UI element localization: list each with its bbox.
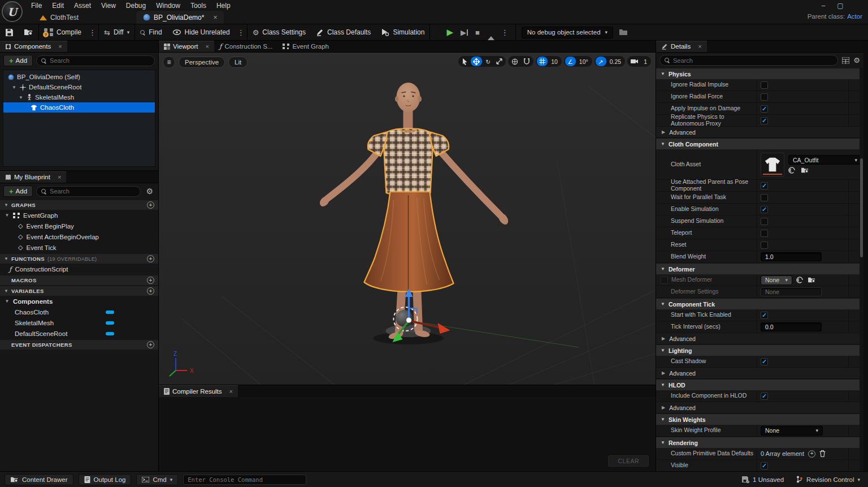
eject-button[interactable] <box>488 28 495 36</box>
construction-script-tab[interactable]: ƒ Construction S... <box>214 41 277 52</box>
components-tab[interactable]: Components × <box>0 41 67 52</box>
camera-speed-value[interactable]: 1 <box>641 58 650 65</box>
checkbox[interactable] <box>761 230 768 237</box>
variable-chaoscloth[interactable]: ChaosCloth <box>0 307 158 317</box>
cloth-asset-dropdown[interactable]: CA_Outfit ▾ <box>788 155 862 165</box>
scrollbar-thumb[interactable] <box>860 158 863 257</box>
rotation-snap-button[interactable]: ∠ <box>565 57 576 66</box>
skin-weight-profile-dropdown[interactable]: None ▾ <box>761 426 823 436</box>
revision-control-button[interactable]: Revision Control ▾ <box>793 475 863 484</box>
variable-skeletalmesh[interactable]: SkeletalMesh <box>0 317 158 328</box>
details-search[interactable] <box>659 55 838 66</box>
hlod-advanced[interactable]: ▶ Advanced <box>656 402 860 413</box>
play-button[interactable]: ▶ <box>442 27 457 37</box>
checkbox[interactable] <box>761 312 768 319</box>
checkbox[interactable] <box>761 194 768 201</box>
browse-debug-icon[interactable] <box>619 28 628 36</box>
class-defaults-button[interactable]: Class Defaults <box>311 24 376 41</box>
tab-close-icon[interactable]: × <box>213 14 217 21</box>
debug-object-dropdown[interactable]: No debug object selected ▾ <box>522 27 613 38</box>
viewport-tab[interactable]: Viewport × <box>159 41 214 52</box>
browse-to-asset-icon[interactable] <box>808 277 816 283</box>
section-physics[interactable]: ▼ Physics <box>656 68 860 79</box>
tick-interval-field[interactable]: 0.0 <box>761 322 822 331</box>
constructionscript-item[interactable]: ƒ ConstructionScript <box>0 264 158 274</box>
checkbox[interactable] <box>661 277 668 284</box>
scale-snap-value[interactable]: 0.25 <box>607 58 624 65</box>
use-selected-asset-icon[interactable] <box>788 167 796 174</box>
menu-asset[interactable]: Asset <box>69 1 96 11</box>
section-lighting[interactable]: ▼ Lighting <box>656 345 860 356</box>
menu-window[interactable]: Window <box>151 1 185 11</box>
tree-item-defaultsceneroot[interactable]: ▼ DefaultSceneRoot <box>3 82 155 92</box>
blend-weight-field[interactable]: 1.0 <box>761 252 822 261</box>
details-search-input[interactable] <box>673 57 833 64</box>
rotate-tool-button[interactable]: ↻ <box>483 57 493 66</box>
tab-clothtest[interactable]: ClothTest <box>33 11 85 24</box>
perspective-dropdown[interactable]: Perspective <box>179 57 225 68</box>
checkbox[interactable] <box>761 117 768 124</box>
add-macro-icon[interactable]: + <box>147 277 154 284</box>
checkbox[interactable] <box>761 93 768 101</box>
trash-icon[interactable] <box>819 450 826 457</box>
variables-components-group[interactable]: ▼ Components <box>0 296 158 307</box>
section-deformer[interactable]: ▼ Deformer <box>656 264 860 274</box>
surface-snap-button[interactable] <box>521 57 532 66</box>
close-icon[interactable]: × <box>58 174 61 180</box>
event-tick-item[interactable]: ◇ Event Tick <box>0 242 158 253</box>
section-component-tick[interactable]: ▼ Component Tick <box>656 299 860 309</box>
cmd-dropdown[interactable]: Cmd ▾ <box>136 474 178 485</box>
frame-skip-button[interactable]: ▶ <box>457 28 471 37</box>
add-blueprint-item-button[interactable]: + Add <box>3 186 33 197</box>
gear-icon[interactable]: ⚙ <box>144 187 155 196</box>
maximize-icon[interactable]: ▢ <box>832 0 849 11</box>
components-search-input[interactable] <box>50 57 150 64</box>
cloth-asset-thumbnail[interactable] <box>761 153 784 176</box>
clear-button[interactable]: CLEAR <box>608 455 649 467</box>
add-dispatcher-icon[interactable]: + <box>147 341 154 348</box>
simulation-button[interactable]: Simulation <box>376 24 429 41</box>
details-tab[interactable]: Details × <box>656 41 707 52</box>
scale-snap-button[interactable]: ↗ <box>596 57 606 66</box>
checkbox[interactable] <box>761 81 768 89</box>
menu-view[interactable]: View <box>96 1 121 11</box>
grid-snap-value[interactable]: 10 <box>548 58 561 65</box>
section-rendering[interactable]: ▼ Rendering <box>656 437 860 448</box>
scale-tool-button[interactable] <box>494 57 505 66</box>
eventgraph-item[interactable]: ▼ EventGraph <box>0 210 158 221</box>
collapse-icon[interactable]: ▼ <box>11 85 17 90</box>
menu-help[interactable]: Help <box>211 1 236 11</box>
content-drawer-button[interactable]: Content Drawer <box>5 474 73 485</box>
tree-item-self[interactable]: BP_OliviaDemo (Self) <box>3 72 155 82</box>
add-variable-icon[interactable]: + <box>147 287 154 295</box>
lit-dropdown[interactable]: Lit <box>228 57 248 68</box>
my-blueprint-search[interactable] <box>36 186 141 197</box>
viewport-3d[interactable]: X Z ≡ Perspective Lit ↻ <box>159 53 656 385</box>
variables-section-header[interactable]: ▼ VARIABLES + <box>0 286 158 296</box>
checkbox[interactable] <box>761 206 768 213</box>
coordinate-space-button[interactable] <box>509 57 520 66</box>
event-actorbeginoverlap-item[interactable]: ◇ Event ActorBeginOverlap <box>0 231 158 242</box>
checkbox[interactable] <box>761 462 768 469</box>
hide-unrelated-button[interactable]: Hide Unrelated <box>167 24 235 41</box>
my-blueprint-search-input[interactable] <box>50 188 136 195</box>
add-component-button[interactable]: + Add <box>3 55 33 66</box>
physics-advanced[interactable]: ▶ Advanced <box>656 127 860 138</box>
find-button[interactable]: Find <box>135 24 167 41</box>
compile-button[interactable]: ? Compile <box>39 24 86 41</box>
browse-asset-button[interactable] <box>19 24 38 41</box>
checkbox[interactable] <box>761 358 768 365</box>
section-cloth-component[interactable]: ▼ Cloth Component <box>656 139 860 149</box>
hide-unrelated-options-icon[interactable]: ⋮ <box>235 28 247 37</box>
class-settings-button[interactable]: ⚙ Class Settings <box>248 24 311 41</box>
tree-item-chaoscloth[interactable]: ChaosCloth <box>3 102 155 113</box>
compiler-results-tab[interactable]: Compiler Results × <box>159 385 238 397</box>
close-icon[interactable]: × <box>206 43 209 50</box>
event-beginplay-item[interactable]: ◇ Event BeginPlay <box>0 221 158 231</box>
diff-button[interactable]: ⇆ Diff ▾ <box>99 24 134 41</box>
section-hlod[interactable]: ▼ HLOD <box>656 380 860 390</box>
checkbox[interactable] <box>761 242 768 249</box>
components-search[interactable] <box>36 55 155 66</box>
add-function-icon[interactable]: + <box>147 255 154 262</box>
browse-to-asset-icon[interactable] <box>801 167 809 174</box>
